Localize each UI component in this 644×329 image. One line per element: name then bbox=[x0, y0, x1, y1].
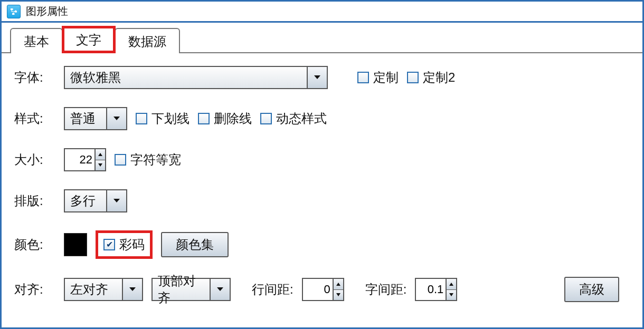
checkbox-underline[interactable]: 下划线 bbox=[136, 110, 190, 127]
label-layout: 排版: bbox=[14, 192, 55, 209]
checkbox-custom2[interactable]: 定制2 bbox=[407, 69, 455, 86]
style-combo-value: 普通 bbox=[65, 110, 106, 127]
line-spacing-input[interactable] bbox=[303, 279, 333, 300]
row-size: 大小: 字符等宽 bbox=[14, 148, 630, 171]
checkbox-box bbox=[103, 239, 115, 250]
checkbox-label: 定制2 bbox=[423, 69, 455, 86]
tabstrip: 基本 文字 数据源 bbox=[2, 23, 642, 53]
layout-combo-dropdown-button[interactable] bbox=[106, 190, 126, 211]
chevron-down-icon bbox=[129, 287, 136, 292]
row-align: 对齐: 左对齐 顶部对齐 行间距: 字间距: bbox=[14, 277, 630, 302]
checkbox-label: 删除线 bbox=[214, 110, 252, 127]
spin-up-button[interactable] bbox=[447, 279, 456, 290]
window-title: 图形属性 bbox=[26, 4, 68, 18]
layout-combo-value: 多行 bbox=[65, 192, 106, 209]
checkbox-label: 下划线 bbox=[151, 110, 190, 127]
halign-combo-dropdown-button[interactable] bbox=[122, 279, 142, 300]
checkbox-box bbox=[136, 113, 147, 124]
label-color: 颜色: bbox=[14, 236, 55, 253]
checkbox-box bbox=[260, 113, 272, 124]
char-spacing-spinner[interactable] bbox=[415, 278, 457, 301]
titlebar: 图形属性 bbox=[2, 2, 642, 23]
checkbox-monowidth[interactable]: 字符等宽 bbox=[115, 151, 181, 168]
tab-basic[interactable]: 基本 bbox=[10, 28, 63, 53]
tab-text[interactable]: 文字 bbox=[62, 26, 116, 53]
checkbox-label: 定制 bbox=[373, 69, 399, 86]
chevron-down-icon bbox=[113, 198, 120, 204]
chevron-up-icon bbox=[98, 153, 102, 156]
chevron-down-icon bbox=[449, 293, 453, 296]
checkbox-box bbox=[115, 154, 126, 166]
style-combo-dropdown-button[interactable] bbox=[106, 108, 126, 129]
checkbox-label: 字符等宽 bbox=[130, 151, 181, 168]
checkbox-label: 彩码 bbox=[119, 236, 145, 253]
style-combo[interactable]: 普通 bbox=[64, 107, 127, 130]
spin-down-button[interactable] bbox=[334, 290, 343, 301]
colorset-button[interactable]: 颜色集 bbox=[161, 232, 229, 257]
chevron-down-icon bbox=[216, 287, 224, 292]
chevron-down-icon bbox=[113, 116, 120, 121]
row-layout: 排版: 多行 bbox=[14, 189, 630, 212]
label-line-spacing: 行间距: bbox=[252, 281, 293, 298]
checkbox-dynamic-style[interactable]: 动态样式 bbox=[260, 110, 327, 127]
spin-buttons bbox=[94, 149, 105, 170]
spin-up-button[interactable] bbox=[96, 149, 105, 160]
halign-combo[interactable]: 左对齐 bbox=[64, 278, 143, 301]
highlight-colorcode: 彩码 bbox=[96, 230, 153, 259]
checkbox-colorcode[interactable]: 彩码 bbox=[103, 236, 145, 253]
advanced-button[interactable]: 高级 bbox=[564, 277, 619, 302]
spin-down-button[interactable] bbox=[96, 160, 105, 171]
checkbox-strike[interactable]: 删除线 bbox=[198, 110, 252, 127]
font-combo[interactable]: 微软雅黑 bbox=[64, 66, 328, 89]
font-combo-dropdown-button[interactable] bbox=[307, 67, 327, 88]
spin-up-button[interactable] bbox=[334, 279, 343, 290]
checkbox-label: 动态样式 bbox=[276, 110, 327, 127]
checkbox-box bbox=[357, 72, 369, 83]
label-align: 对齐: bbox=[14, 281, 55, 298]
dialog-graphic-properties: 图形属性 基本 文字 数据源 字体: 微软雅黑 定制 定制2 bbox=[0, 0, 644, 329]
chevron-down-icon bbox=[314, 75, 321, 80]
color-swatch[interactable] bbox=[64, 233, 87, 256]
label-style: 样式: bbox=[14, 110, 55, 127]
chevron-down-icon bbox=[98, 163, 102, 167]
checkbox-box bbox=[198, 113, 210, 124]
chevron-up-icon bbox=[336, 283, 340, 286]
layout-combo[interactable]: 多行 bbox=[64, 189, 127, 212]
app-icon bbox=[7, 5, 21, 18]
chevron-up-icon bbox=[449, 283, 453, 286]
row-color: 颜色: 彩码 颜色集 bbox=[14, 230, 630, 259]
label-size: 大小: bbox=[14, 151, 55, 168]
valign-combo-value: 顶部对齐 bbox=[153, 273, 210, 306]
row-font: 字体: 微软雅黑 定制 定制2 bbox=[14, 66, 630, 89]
row-style: 样式: 普通 下划线 删除线 动态样式 bbox=[14, 107, 630, 130]
halign-combo-value: 左对齐 bbox=[65, 281, 122, 298]
spin-buttons bbox=[333, 279, 343, 300]
label-font: 字体: bbox=[14, 69, 55, 86]
valign-combo[interactable]: 顶部对齐 bbox=[151, 278, 231, 301]
font-combo-value: 微软雅黑 bbox=[65, 69, 307, 86]
spin-buttons bbox=[446, 279, 456, 300]
size-input[interactable] bbox=[65, 149, 94, 170]
char-spacing-input[interactable] bbox=[416, 279, 446, 300]
line-spacing-spinner[interactable] bbox=[302, 278, 344, 301]
chevron-down-icon bbox=[336, 293, 340, 296]
checkbox-box bbox=[407, 72, 419, 83]
valign-combo-dropdown-button[interactable] bbox=[210, 279, 230, 300]
content: 字体: 微软雅黑 定制 定制2 样式: 普通 bbox=[2, 53, 642, 315]
spin-down-button[interactable] bbox=[447, 290, 456, 301]
tab-datasource[interactable]: 数据源 bbox=[115, 28, 180, 53]
checkbox-custom[interactable]: 定制 bbox=[357, 69, 399, 86]
label-char-spacing: 字间距: bbox=[365, 281, 407, 298]
size-spinner[interactable] bbox=[64, 148, 106, 171]
